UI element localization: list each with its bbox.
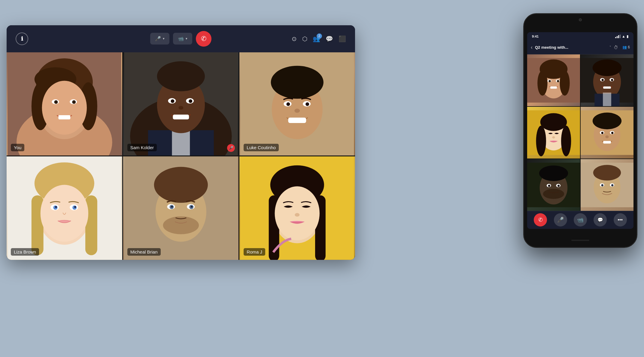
- svg-point-40: [41, 185, 88, 242]
- svg-point-73: [557, 80, 559, 82]
- share-button[interactable]: ⬡: [302, 35, 307, 42]
- mic-button[interactable]: 🎤 ▾: [150, 33, 169, 45]
- svg-point-46: [74, 206, 76, 208]
- mic-icon: 🎤: [155, 36, 161, 42]
- svg-point-82: [601, 79, 603, 81]
- face-micheal: [123, 156, 239, 260]
- svg-point-11: [72, 100, 76, 104]
- svg-point-113: [601, 184, 603, 186]
- svg-point-10: [54, 100, 58, 104]
- scene: ℹ 🎤 ▾ 📹 ▾ ✆ ⊙: [7, 13, 637, 344]
- phone-face-3: [527, 107, 580, 158]
- face-sam: [123, 52, 239, 156]
- meeting-title: Q2 meeting with...: [535, 45, 607, 50]
- phone-end-call-icon: ✆: [538, 217, 543, 223]
- face-liza: [7, 156, 122, 260]
- svg-point-77: [593, 59, 621, 76]
- camera-icon: 📹: [178, 36, 184, 42]
- phone-face-1: [527, 54, 580, 106]
- svg-rect-24: [173, 115, 189, 119]
- phone-face-2: [581, 54, 633, 106]
- phone-cam-icon: 📹: [577, 217, 584, 223]
- phone-cell-2: [581, 54, 633, 106]
- desktop-toolbar: ℹ 🎤 ▾ 📹 ▾ ✆ ⊙: [7, 25, 355, 52]
- phone-cell-4: [581, 107, 633, 158]
- video-cell-micheal: Micheal Brian: [123, 156, 239, 260]
- end-call-icon: ✆: [201, 35, 206, 43]
- svg-point-105: [548, 185, 550, 187]
- svg-point-68: [537, 70, 547, 95]
- phone-cell-6: [581, 159, 633, 211]
- svg-point-28: [271, 66, 324, 99]
- title-chevron-icon: ˅: [609, 45, 611, 49]
- phone-end-call-button[interactable]: ✆: [534, 213, 547, 226]
- svg-point-32: [306, 102, 309, 106]
- svg-point-96: [601, 132, 603, 134]
- toolbar-center: 🎤 ▾ 📹 ▾ ✆: [150, 31, 211, 47]
- phone-toolbar: ✆ 🎤 📹 💬 •••: [527, 211, 633, 229]
- phone-chat-icon: 💬: [597, 217, 603, 223]
- name-tag-luke: Luke Coutinho: [244, 144, 279, 151]
- svg-point-87: [540, 113, 567, 131]
- phone-speaker: [571, 240, 589, 241]
- phone-chat-button[interactable]: 💬: [594, 213, 607, 226]
- svg-point-83: [611, 79, 613, 81]
- svg-point-97: [611, 132, 613, 134]
- svg-point-114: [611, 184, 613, 186]
- participants-badge: 2: [317, 33, 322, 39]
- end-call-button[interactable]: ✆: [196, 31, 211, 47]
- video-cell-liza: Liza Brown: [7, 156, 122, 260]
- phone: 9:41 ▲ ▮ ‹ Q2 meeting with... ˅: [523, 13, 637, 248]
- name-tag-roma: Roma J: [244, 248, 265, 256]
- svg-point-33: [295, 109, 300, 113]
- phone-more-button[interactable]: •••: [614, 213, 627, 226]
- record-button[interactable]: ⊙: [292, 35, 297, 42]
- svg-point-69: [560, 70, 570, 95]
- svg-point-31: [287, 102, 290, 106]
- chat-button[interactable]: 💬: [326, 35, 333, 42]
- phone-face-5: [527, 159, 580, 211]
- phone-mic-button[interactable]: 🎤: [554, 213, 567, 226]
- svg-point-110: [593, 165, 621, 180]
- phone-camera: [579, 18, 582, 21]
- participant-count: 👥 6: [622, 45, 630, 49]
- video-cell-roma: Roma J: [239, 156, 355, 260]
- signal-icon: [615, 35, 621, 38]
- video-cell-you: You: [7, 52, 122, 156]
- timer-icon: ⏱: [614, 45, 618, 50]
- svg-point-98: [605, 135, 609, 138]
- participant-number: 6: [628, 45, 630, 49]
- camera-button[interactable]: 📹 ▾: [173, 33, 192, 45]
- battery-icon: ▮: [627, 34, 629, 38]
- toolbar-right: ⊙ ⬡ 👥 2 💬 ⬛: [292, 35, 346, 42]
- svg-point-45: [55, 206, 57, 208]
- info-button[interactable]: ℹ: [16, 32, 28, 45]
- name-tag-liza: Liza Brown: [11, 248, 39, 256]
- svg-point-88: [536, 125, 546, 156]
- phone-header: ‹ Q2 meeting with... ˅ ⏱ 👥 6: [527, 41, 633, 54]
- svg-rect-12: [58, 115, 70, 119]
- phone-camera-button[interactable]: 📹: [574, 213, 587, 226]
- wifi-icon: ▲: [622, 34, 625, 38]
- participants-button[interactable]: 👥 2: [313, 35, 320, 42]
- face-roma: [239, 156, 355, 260]
- svg-rect-99: [603, 141, 611, 143]
- svg-point-49: [154, 167, 208, 203]
- back-button[interactable]: ‹: [531, 44, 533, 51]
- svg-point-72: [548, 80, 551, 82]
- more-options-button[interactable]: ⬛: [339, 35, 346, 42]
- participants-icon: 👥: [622, 45, 627, 49]
- svg-point-55: [171, 206, 173, 208]
- phone-cell-5: [527, 159, 580, 211]
- svg-rect-39: [85, 195, 97, 255]
- status-time: 9:41: [532, 35, 539, 38]
- video-grid: You: [7, 52, 355, 260]
- name-tag-sam: Sam Kolder: [127, 144, 157, 151]
- phone-header-icons: ⏱ 👥 6: [614, 45, 630, 50]
- phone-cell-1: [527, 54, 580, 106]
- name-tag-you: You: [11, 144, 24, 151]
- phone-video-grid: [527, 54, 633, 211]
- svg-rect-34: [288, 118, 306, 123]
- phone-screen: 9:41 ▲ ▮ ‹ Q2 meeting with... ˅: [527, 32, 633, 229]
- svg-point-23: [178, 106, 183, 109]
